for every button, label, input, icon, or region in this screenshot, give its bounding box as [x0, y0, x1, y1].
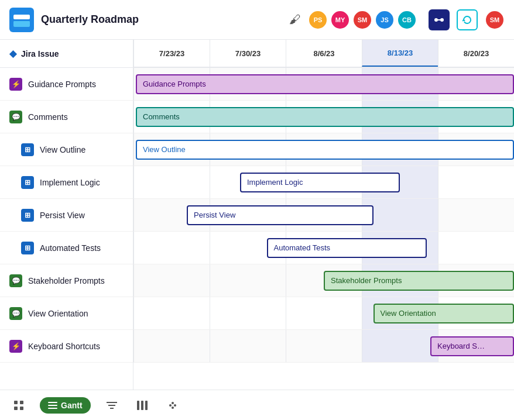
- col-header-7-30: 7/30/23: [210, 40, 286, 67]
- sidebar-item-stakeholder-prompts[interactable]: 💬 Stakeholder Prompts: [0, 264, 133, 297]
- gantt-cell: [133, 264, 210, 297]
- bar-view-outline: View Outline: [136, 140, 514, 160]
- svg-rect-17: [145, 401, 148, 410]
- bar-stakeholder-prompts: Stakeholder Prompts: [324, 271, 514, 291]
- avatar-cb: CB: [397, 10, 417, 30]
- gantt-cell: [210, 264, 286, 297]
- svg-rect-7: [14, 407, 18, 410]
- gantt-cell: [438, 199, 514, 231]
- sidebar-label-automated-tests: Automated Tests: [40, 243, 101, 253]
- svg-rect-16: [141, 401, 143, 410]
- bar-view-orientation: View Orientation: [373, 304, 515, 323]
- pipe-button[interactable]: 🖌: [289, 13, 301, 26]
- filter-button[interactable]: [102, 396, 121, 415]
- svg-rect-8: [20, 407, 23, 410]
- guidance-prompts-icon: ⚡: [9, 78, 22, 91]
- implement-logic-icon: ⊞: [21, 176, 34, 189]
- svg-rect-15: [137, 401, 139, 410]
- gantt-cell: [133, 297, 210, 329]
- svg-point-20: [174, 404, 176, 407]
- dots-button[interactable]: [163, 396, 182, 415]
- gantt-cell: [286, 297, 362, 329]
- jira-icon: ◆: [9, 48, 16, 59]
- gantt-cell: [438, 166, 514, 198]
- gantt-cell: [210, 330, 286, 362]
- gantt-cell: [133, 330, 210, 362]
- gantt-row-automated-tests: Automated Tests: [133, 232, 514, 264]
- app-header: Quarterly Roadmap 🖌 PS MY SM JS CB SM: [0, 0, 514, 40]
- svg-rect-11: [48, 408, 57, 409]
- gantt-header: 7/23/23 7/30/23 8/6/23 8/13/23 8/20/23: [133, 40, 514, 68]
- bar-comments: Comments: [136, 107, 514, 127]
- svg-point-21: [172, 407, 174, 409]
- col-header-8-6: 8/6/23: [286, 40, 362, 67]
- main-area: ◆ Jira Issue ⚡ Guidance Prompts 💬 Commen…: [0, 40, 514, 390]
- avatar-sm2: SM: [352, 10, 372, 30]
- sidebar-label-guidance-prompts: Guidance Prompts: [28, 80, 96, 89]
- user-avatar[interactable]: SM: [485, 10, 505, 30]
- bottom-toolbar: Gantt: [0, 390, 514, 420]
- avatar-ps: PS: [308, 10, 328, 30]
- columns-button[interactable]: [133, 396, 152, 415]
- svg-rect-9: [48, 402, 57, 403]
- sidebar-item-view-orientation[interactable]: 💬 View Orientation: [0, 297, 133, 330]
- view-outline-icon: ⊞: [21, 143, 34, 156]
- avatar-group: PS MY SM JS CB: [308, 10, 417, 30]
- sidebar-item-implement-logic[interactable]: ⊞ Implement Logic: [0, 166, 133, 199]
- gantt-tab[interactable]: Gantt: [40, 397, 91, 414]
- refresh-button[interactable]: [457, 9, 478, 30]
- sidebar-item-automated-tests[interactable]: ⊞ Automated Tests: [0, 232, 133, 264]
- svg-point-18: [169, 404, 172, 407]
- gantt-chart[interactable]: 7/23/23 7/30/23 8/6/23 8/13/23 8/20/23 G…: [133, 40, 514, 390]
- automated-tests-icon: ⊞: [21, 242, 34, 254]
- svg-rect-1: [13, 21, 30, 26]
- sidebar-item-persist-view[interactable]: ⊞ Persist View: [0, 199, 133, 232]
- sidebar-label-comments: Comments: [28, 112, 68, 122]
- sidebar-label-stakeholder-prompts: Stakeholder Prompts: [28, 276, 105, 285]
- page-title: Quarterly Roadmap: [41, 13, 282, 26]
- keyboard-shortcuts-icon: ⚡: [9, 340, 22, 353]
- avatar-my: MY: [330, 10, 350, 30]
- col-header-8-20: 8/20/23: [438, 40, 514, 67]
- avatar-js: JS: [375, 10, 395, 30]
- gantt-row-view-outline: View Outline: [133, 133, 514, 166]
- gantt-row-keyboard-shortcuts: Keyboard S…: [133, 330, 514, 363]
- sidebar: ◆ Jira Issue ⚡ Guidance Prompts 💬 Commen…: [0, 40, 133, 390]
- gantt-row-comments: Comments: [133, 101, 514, 133]
- gantt-row-stakeholder-prompts: Stakeholder Prompts: [133, 264, 514, 297]
- gantt-cell: [133, 232, 210, 264]
- gantt-row-guidance-prompts: Guidance Prompts: [133, 68, 514, 101]
- gantt-cell: [286, 330, 362, 362]
- share-button[interactable]: [429, 9, 450, 30]
- grid-view-button[interactable]: [9, 396, 28, 415]
- sidebar-item-keyboard-shortcuts[interactable]: ⚡ Keyboard Shortcuts: [0, 330, 133, 363]
- sidebar-header-label: Jira Issue: [21, 49, 59, 58]
- stakeholder-prompts-icon: 💬: [9, 274, 22, 287]
- sidebar-label-view-orientation: View Orientation: [28, 309, 88, 318]
- svg-rect-6: [20, 401, 23, 404]
- gantt-row-persist-view: Persist View: [133, 199, 514, 232]
- gantt-cell: [438, 232, 514, 264]
- comments-icon: 💬: [9, 111, 22, 123]
- sidebar-label-implement-logic: Implement Logic: [40, 178, 100, 187]
- sidebar-label-keyboard-shortcuts: Keyboard Shortcuts: [28, 342, 100, 351]
- sidebar-item-guidance-prompts[interactable]: ⚡ Guidance Prompts: [0, 68, 133, 101]
- svg-rect-5: [14, 401, 18, 404]
- persist-view-icon: ⊞: [21, 209, 34, 222]
- svg-rect-4: [436, 19, 442, 20]
- bar-guidance-prompts: Guidance Prompts: [136, 74, 514, 94]
- gantt-cell: [362, 330, 438, 362]
- bar-persist-view: Persist View: [187, 205, 373, 225]
- svg-rect-0: [13, 15, 30, 19]
- bar-keyboard-shortcuts: Keyboard S…: [430, 336, 514, 356]
- bar-automated-tests: Automated Tests: [267, 238, 427, 258]
- sidebar-label-view-outline: View Outline: [40, 145, 85, 154]
- app-logo: [9, 8, 34, 32]
- sidebar-item-comments[interactable]: 💬 Comments: [0, 101, 133, 133]
- gantt-body: Guidance Prompts Comments: [133, 68, 514, 363]
- gantt-cell: [210, 297, 286, 329]
- sidebar-item-view-outline[interactable]: ⊞ View Outline: [0, 133, 133, 166]
- gantt-cell: [362, 199, 438, 231]
- col-header-7-23: 7/23/23: [133, 40, 210, 67]
- gantt-row-view-orientation: View Orientation: [133, 297, 514, 330]
